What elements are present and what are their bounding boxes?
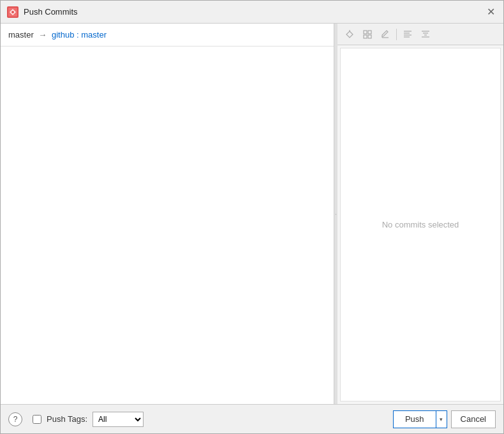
app-icon — [7, 6, 19, 18]
title-bar-left: Push Commits — [7, 6, 78, 18]
local-branch: master — [8, 30, 34, 40]
toolbar-btn-cherry-pick[interactable] — [341, 26, 358, 43]
bottom-right: Push ▾ Cancel — [393, 410, 496, 428]
right-toolbar — [337, 24, 503, 45]
commits-list[interactable] — [1, 47, 334, 404]
toolbar-btn-align1[interactable] — [399, 26, 416, 43]
right-panel: No commits selected — [337, 24, 503, 404]
svg-rect-5 — [368, 31, 371, 34]
cancel-button[interactable]: Cancel — [451, 410, 496, 428]
push-tags-checkbox[interactable] — [33, 415, 41, 424]
toolbar-btn-align2[interactable] — [417, 26, 434, 43]
svg-rect-6 — [364, 35, 367, 38]
close-button[interactable]: ✕ — [484, 6, 497, 18]
toolbar-separator — [396, 29, 397, 40]
no-commits-label: No commits selected — [382, 220, 459, 229]
push-commits-window: Push Commits ✕ master → github : master … — [0, 0, 504, 434]
push-dropdown-button[interactable]: ▾ — [436, 410, 447, 428]
help-button[interactable]: ? — [8, 412, 22, 426]
svg-point-2 — [11, 11, 14, 13]
bottom-left: ? — [8, 412, 22, 426]
remote-name: github — [52, 30, 74, 40]
bottom-bar: ? Push Tags: All Push ▾ Cancel — [1, 404, 503, 433]
svg-rect-7 — [368, 35, 371, 38]
window-title: Push Commits — [24, 7, 78, 17]
push-tags-label: Push Tags: — [47, 414, 87, 424]
branch-arrow: → — [38, 30, 47, 40]
push-tags-area: Push Tags: All — [22, 412, 393, 427]
svg-rect-4 — [364, 31, 367, 34]
content-area: master → github : master ··· — [1, 24, 503, 404]
push-button-group: Push ▾ — [393, 410, 447, 428]
toolbar-btn-edit[interactable] — [377, 26, 394, 43]
push-button[interactable]: Push — [393, 410, 436, 428]
left-panel: master → github : master — [1, 24, 334, 404]
branch-info: master → github : master — [1, 24, 334, 47]
push-tags-select[interactable]: All — [93, 412, 144, 427]
title-bar: Push Commits ✕ — [1, 1, 503, 24]
remote-branch: master — [81, 30, 107, 40]
toolbar-btn-layout[interactable] — [359, 26, 376, 43]
commit-detail-panel: No commits selected — [340, 48, 501, 401]
